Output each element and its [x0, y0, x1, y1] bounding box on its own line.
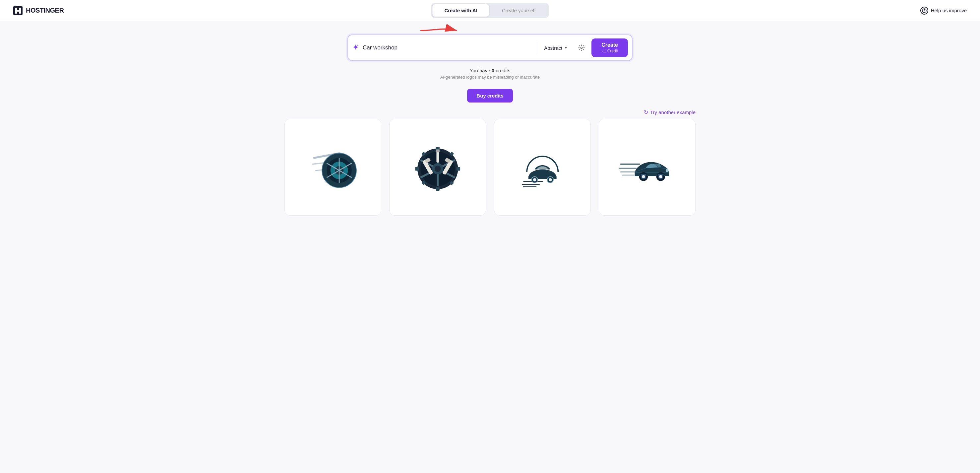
style-dropdown[interactable]: Abstract ▾ — [539, 43, 571, 53]
credits-text: You have 0 credits — [470, 68, 511, 73]
credits-note: AI-generated logos may be misleading or … — [440, 75, 540, 80]
credits-info: You have 0 credits AI-generated logos ma… — [440, 68, 540, 80]
svg-point-39 — [533, 178, 536, 181]
logo-grid — [278, 119, 702, 216]
logo: HOSTINGER — [13, 6, 64, 15]
logo-card-4[interactable] — [599, 119, 695, 216]
svg-rect-2 — [15, 10, 21, 12]
buy-credits-button[interactable]: Buy credits — [467, 89, 513, 102]
svg-rect-34 — [436, 150, 439, 152]
settings-button[interactable] — [575, 41, 588, 54]
svg-rect-17 — [436, 187, 439, 191]
search-input-wrapper — [352, 43, 533, 53]
help-link[interactable]: Help us improve — [920, 6, 967, 14]
credits-amount: 0 — [492, 68, 494, 73]
tab-toggle: Create with AI Create yourself — [431, 3, 549, 18]
search-input[interactable] — [363, 45, 533, 51]
try-another-link[interactable]: ↻ Try another example — [644, 109, 695, 115]
sparkle-icon — [352, 43, 360, 53]
try-another-row: ↻ Try another example — [278, 109, 702, 115]
svg-point-53 — [659, 175, 662, 178]
header: HOSTINGER Create with AI Create yourself… — [0, 0, 980, 21]
svg-point-50 — [642, 175, 645, 178]
refresh-icon: ↻ — [644, 109, 648, 115]
svg-point-5 — [924, 11, 924, 12]
style-label: Abstract — [544, 45, 562, 51]
credits-suffix: credits — [494, 68, 510, 73]
chevron-down-icon: ▾ — [565, 45, 567, 50]
logo-card-2[interactable] — [389, 119, 486, 216]
divider — [536, 42, 536, 54]
svg-rect-33 — [436, 150, 439, 163]
svg-rect-18 — [415, 167, 419, 170]
prompt-bar: Abstract ▾ Create - 1 Credit — [347, 35, 633, 61]
tab-create-ai[interactable]: Create with AI — [432, 4, 489, 17]
svg-rect-19 — [457, 167, 460, 170]
logo-icon — [13, 6, 22, 15]
tab-create-self[interactable]: Create yourself — [490, 4, 548, 17]
help-text: Help us improve — [931, 8, 967, 13]
try-another-label: Try another example — [650, 110, 695, 115]
logo-text: HOSTINGER — [26, 6, 64, 14]
credits-prefix: You have — [470, 68, 492, 73]
create-label: Create — [601, 42, 618, 49]
svg-point-47 — [666, 169, 669, 172]
main-content: Abstract ▾ Create - 1 Credit You have 0 … — [0, 21, 980, 229]
logo-card-3[interactable] — [494, 119, 591, 216]
help-icon — [920, 6, 928, 14]
svg-point-28 — [434, 166, 441, 172]
create-button[interactable]: Create - 1 Credit — [592, 38, 628, 57]
svg-point-41 — [549, 178, 552, 181]
logo-card-1[interactable] — [285, 119, 381, 216]
create-sublabel: - 1 Credit — [601, 49, 618, 54]
